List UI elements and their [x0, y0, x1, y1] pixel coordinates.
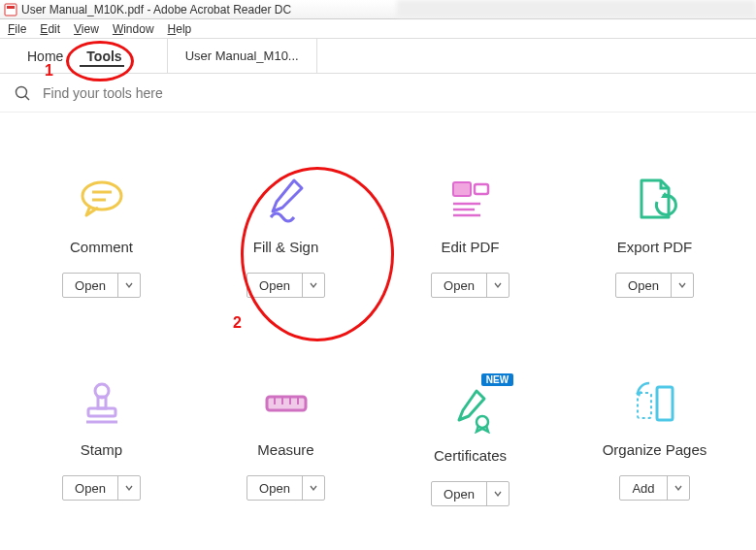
svg-rect-0: [5, 4, 16, 16]
open-button-stamp: Open: [62, 475, 141, 501]
edit-pdf-icon[interactable]: [445, 175, 496, 225]
open-caret[interactable]: [118, 476, 140, 500]
open-main[interactable]: Open: [247, 274, 303, 297]
open-caret[interactable]: [303, 274, 324, 297]
certificates-icon[interactable]: [445, 383, 496, 434]
tabbar: Home Tools User Manual_M10...: [0, 39, 756, 74]
search-input[interactable]: [41, 84, 332, 102]
menu-help[interactable]: Help: [162, 21, 198, 37]
tool-label: Comment: [70, 239, 133, 255]
svg-rect-23: [638, 393, 651, 418]
tool-card-fill-sign: Fill & Sign Open: [194, 175, 378, 298]
tool-label: Certificates: [434, 447, 507, 464]
tool-label: Fill & Sign: [253, 239, 319, 255]
tools-grid: Comment Open Fill & Sign Open Edit PDF O…: [0, 113, 756, 506]
open-main[interactable]: Open: [432, 274, 487, 297]
svg-rect-14: [88, 408, 115, 416]
tab-indicator: [80, 65, 124, 67]
menu-edit[interactable]: Edit: [34, 21, 66, 37]
open-main[interactable]: Open: [247, 476, 303, 500]
tool-card-stamp: Stamp Open: [10, 377, 194, 506]
tool-card-organize-pages: Organize Pages Add: [563, 377, 747, 506]
svg-point-2: [16, 86, 27, 97]
organize-pages-icon[interactable]: [630, 377, 680, 428]
export-pdf-icon[interactable]: [630, 175, 680, 225]
add-caret[interactable]: [668, 476, 689, 500]
comment-icon[interactable]: [77, 175, 127, 225]
open-caret[interactable]: [303, 476, 324, 500]
stamp-icon[interactable]: [77, 377, 127, 428]
measure-icon[interactable]: [261, 377, 312, 428]
window-titlebar: User Manual_M10K.pdf - Adobe Acrobat Rea…: [0, 0, 756, 19]
tool-label: Stamp: [81, 441, 122, 458]
open-main[interactable]: Open: [63, 476, 118, 500]
menu-file[interactable]: File: [2, 21, 32, 37]
open-caret[interactable]: [118, 274, 140, 297]
tab-document[interactable]: User Manual_M10...: [167, 39, 317, 73]
window-title: User Manual_M10K.pdf - Adobe Acrobat Rea…: [21, 3, 291, 16]
open-button-fill-sign: Open: [247, 273, 325, 298]
open-main[interactable]: Open: [432, 482, 487, 505]
open-button-measure: Open: [247, 475, 325, 501]
tool-label: Edit PDF: [441, 239, 499, 255]
svg-rect-7: [453, 182, 471, 196]
pdf-icon: [4, 3, 17, 16]
tool-card-edit-pdf: Edit PDF Open: [378, 175, 563, 298]
menu-view[interactable]: View: [68, 21, 105, 37]
tool-label: Export PDF: [617, 239, 693, 255]
search-bar: [0, 74, 756, 113]
svg-rect-16: [267, 397, 306, 410]
obscured-region: [397, 0, 756, 17]
open-caret[interactable]: [487, 274, 509, 297]
tool-card-export-pdf: Export PDF Open: [563, 175, 747, 298]
add-main[interactable]: Add: [620, 476, 667, 500]
svg-line-3: [25, 96, 29, 100]
open-button-comment: Open: [62, 273, 141, 298]
open-button-certificates: Open: [431, 481, 509, 506]
tool-card-comment: Comment Open: [10, 175, 194, 298]
tool-card-certificates: NEW Certificates Open: [378, 377, 563, 506]
open-button-export-pdf: Open: [615, 273, 694, 298]
new-badge: NEW: [481, 373, 513, 386]
open-main[interactable]: Open: [616, 274, 672, 297]
menu-window[interactable]: Window: [107, 21, 160, 37]
open-caret[interactable]: [672, 274, 693, 297]
svg-rect-1: [7, 6, 15, 9]
svg-rect-22: [657, 387, 673, 420]
svg-rect-8: [475, 184, 488, 194]
fill-sign-icon[interactable]: [261, 175, 312, 225]
search-icon[interactable]: [14, 84, 31, 102]
tool-card-measure: Measure Open: [194, 377, 378, 506]
open-button-edit-pdf: Open: [431, 273, 509, 298]
tab-home[interactable]: Home: [16, 39, 75, 73]
tool-label: Organize Pages: [603, 441, 707, 458]
tool-label: Measure: [257, 441, 313, 458]
menubar: File Edit View Window Help: [0, 19, 756, 39]
open-main[interactable]: Open: [63, 274, 118, 297]
add-button-organize: Add: [619, 475, 689, 501]
svg-point-4: [82, 182, 121, 210]
tab-tools[interactable]: Tools: [75, 39, 133, 73]
open-caret[interactable]: [487, 482, 509, 505]
